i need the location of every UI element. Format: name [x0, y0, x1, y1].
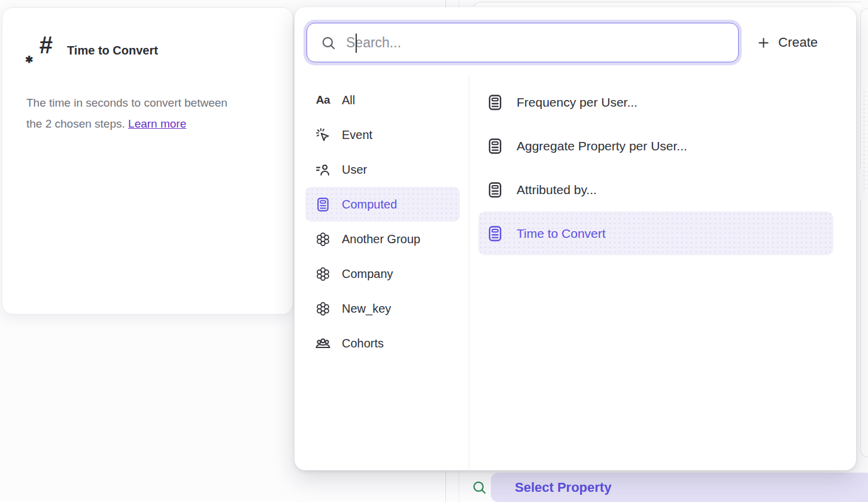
category-company[interactable]: Company	[305, 256, 460, 291]
category-label: Event	[342, 128, 372, 142]
property-label: Frequency per User...	[517, 95, 638, 110]
category-label: Cohorts	[342, 337, 384, 350]
plus-icon	[757, 36, 770, 50]
background-dot-texture	[862, 90, 868, 192]
tooltip-title: Time to Convert	[67, 44, 158, 58]
category-all[interactable]: Aa All	[305, 83, 460, 117]
calculator-icon	[486, 137, 504, 155]
property-attributed-by[interactable]: Attributed by...	[478, 168, 833, 211]
tooltip-description-line2: the 2 chosen steps.	[26, 117, 125, 130]
property-label: Aggregate Property per User...	[517, 139, 687, 153]
category-label: New_key	[342, 302, 391, 316]
background-card-edge	[860, 199, 868, 457]
cohorts-icon	[315, 335, 331, 352]
background-column-border	[445, 471, 446, 502]
category-label: User	[342, 163, 367, 177]
calculator-icon	[486, 181, 504, 199]
group-cluster-icon	[315, 266, 331, 282]
property-list: Frequency per User... Aggregate Property…	[478, 80, 833, 255]
background-column-border	[459, 471, 459, 502]
list-divider	[469, 74, 469, 471]
learn-more-link[interactable]: Learn more	[128, 117, 186, 130]
create-button[interactable]: Create	[757, 31, 818, 54]
group-cluster-icon	[315, 301, 331, 317]
category-label: Company	[342, 267, 393, 281]
text-aa-icon: Aa	[315, 92, 331, 108]
property-tooltip-card: # ✱ Time to Convert The time in seconds …	[2, 7, 293, 314]
category-label: Another Group	[342, 232, 420, 246]
category-list: Aa All Event User Computed Another Group…	[305, 83, 460, 361]
search-icon	[320, 35, 336, 51]
text-caret	[356, 34, 357, 53]
select-property-search-icon	[471, 479, 487, 495]
select-property-label: Select Property	[515, 480, 611, 495]
tooltip-description: The time in seconds to convert between t…	[26, 92, 266, 134]
event-click-icon	[315, 127, 331, 143]
calculator-icon	[315, 196, 331, 213]
category-cohorts[interactable]: Cohorts	[305, 326, 460, 361]
computed-number-icon: # ✱	[26, 35, 52, 64]
category-label: All	[342, 93, 355, 107]
category-event[interactable]: Event	[305, 117, 460, 152]
property-time-to-convert[interactable]: Time to Convert	[478, 211, 833, 255]
user-icon	[315, 162, 331, 178]
property-aggregate-property-per-user[interactable]: Aggregate Property per User...	[478, 124, 833, 168]
property-picker-popup: Create Aa All Event User Computed Anothe…	[295, 7, 856, 470]
property-frequency-per-user[interactable]: Frequency per User...	[478, 80, 833, 124]
create-button-label: Create	[778, 35, 818, 50]
search-input[interactable]	[346, 35, 705, 51]
search-box[interactable]	[306, 23, 739, 62]
property-label: Time to Convert	[517, 226, 606, 241]
category-computed[interactable]: Computed	[305, 187, 460, 222]
select-property-field[interactable]: Select Property	[491, 473, 868, 502]
tooltip-description-line1: The time in seconds to convert between	[26, 96, 227, 109]
group-cluster-icon	[315, 231, 331, 247]
calculator-icon	[486, 93, 504, 111]
category-another-group[interactable]: Another Group	[305, 222, 460, 256]
property-label: Attributed by...	[517, 183, 597, 197]
calculator-icon	[486, 225, 504, 243]
category-new-key[interactable]: New_key	[305, 291, 460, 326]
category-user[interactable]: User	[305, 152, 460, 187]
category-label: Computed	[342, 198, 397, 211]
